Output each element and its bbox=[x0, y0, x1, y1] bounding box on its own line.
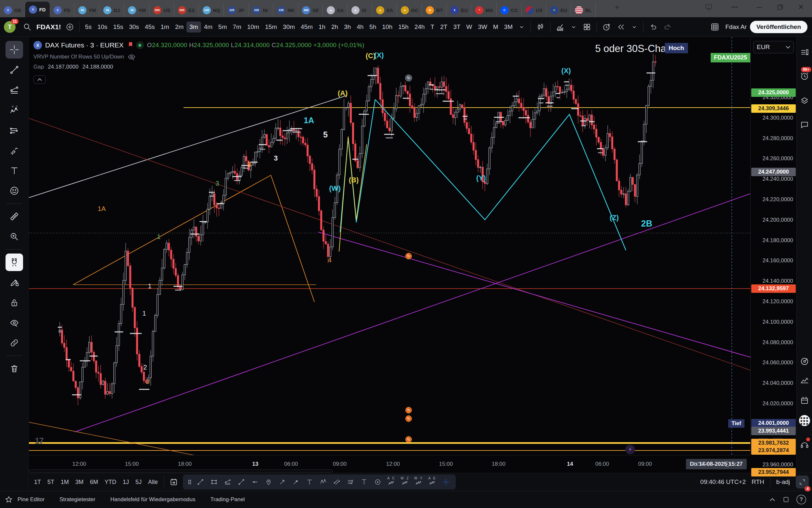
eye-hidden-icon[interactable] bbox=[127, 53, 136, 61]
layout-name[interactable]: Fdax Ar bbox=[725, 24, 747, 31]
panel-collapse-icon[interactable] bbox=[769, 498, 776, 502]
timeframe-2T[interactable]: 2T bbox=[437, 22, 450, 33]
orange-marker-icon[interactable]: ↻ bbox=[405, 436, 412, 443]
timeframe-M[interactable]: M bbox=[490, 22, 501, 33]
ideas-icon[interactable] bbox=[798, 374, 811, 387]
measure-icon[interactable] bbox=[5, 208, 23, 225]
browser-tab-dj[interactable]: 30DJ bbox=[99, 3, 124, 17]
crosshair-icon[interactable] bbox=[5, 41, 23, 58]
redo-icon[interactable] bbox=[660, 20, 675, 34]
object-tree-icon[interactable] bbox=[798, 94, 811, 107]
range-1j[interactable]: 1J bbox=[120, 477, 132, 487]
drawing-mode-icon[interactable] bbox=[5, 274, 23, 291]
range-5t[interactable]: 5T bbox=[44, 477, 57, 487]
window-close-button[interactable]: ✕ bbox=[794, 0, 808, 14]
timeframe-W[interactable]: W bbox=[464, 22, 475, 33]
timeframe-10h[interactable]: 10h bbox=[379, 22, 396, 33]
dock-wave-ac-icon[interactable]: A C bbox=[385, 475, 398, 489]
browser-tab-gc[interactable]: ▲GC bbox=[397, 3, 422, 17]
multichart-grid-icon[interactable] bbox=[708, 20, 722, 34]
orange-marker-icon[interactable]: ↻ bbox=[405, 407, 412, 413]
browser-tab-nk[interactable]: 225NK bbox=[273, 3, 298, 17]
timeframe-7m[interactable]: 7m bbox=[230, 22, 244, 33]
layout-grid-icon[interactable] bbox=[580, 20, 594, 34]
dock-channel-icon[interactable] bbox=[330, 475, 343, 489]
timeframe-5m[interactable]: 5m bbox=[216, 22, 230, 33]
compare-add-icon[interactable] bbox=[63, 20, 77, 34]
new-tab-button[interactable]: + bbox=[610, 0, 624, 14]
browser-tab-bt[interactable]: BBT bbox=[422, 3, 446, 17]
elliott-wave-icon[interactable]: AC bbox=[5, 101, 23, 119]
browser-tab-bl[interactable]: BL bbox=[571, 3, 596, 17]
timeframe-3h[interactable]: 3h bbox=[341, 22, 354, 33]
brush-icon[interactable] bbox=[5, 142, 23, 159]
timeframe-15s[interactable]: 15s bbox=[110, 22, 126, 33]
timeframe-T[interactable]: T bbox=[428, 22, 437, 33]
browser-tab-es[interactable]: 500ES bbox=[174, 3, 199, 17]
favorites-star-icon[interactable] bbox=[0, 496, 17, 503]
browser-tab-eu[interactable]: ✶EU bbox=[546, 3, 571, 17]
indicator-title[interactable]: VRVP Number Of Rows 50 Up/Down bbox=[34, 54, 124, 60]
timeframe-4m[interactable]: 4m bbox=[201, 22, 216, 33]
range-6m[interactable]: 6M bbox=[87, 477, 101, 487]
orange-marker-icon[interactable]: ↻ bbox=[405, 253, 412, 259]
gray-marker-icon[interactable]: ↻ bbox=[405, 75, 412, 82]
timeframe-15h[interactable]: 15h bbox=[395, 22, 412, 33]
hide-drawings-icon[interactable] bbox=[5, 314, 23, 332]
browser-tab-jp[interactable]: 225JP bbox=[224, 3, 248, 17]
browser-tab-ni[interactable]: 225NI bbox=[248, 3, 273, 17]
dock-pattern-icon[interactable] bbox=[317, 475, 330, 489]
timeframe-5h[interactable]: 5h bbox=[366, 22, 379, 33]
undo-icon[interactable] bbox=[646, 20, 660, 34]
timeframe-30m[interactable]: 30m bbox=[280, 22, 298, 33]
scanner-icon[interactable] bbox=[798, 355, 811, 368]
browser-tab-nq[interactable]: 100NQ bbox=[199, 3, 224, 17]
dock-ray-icon[interactable] bbox=[235, 475, 248, 489]
alert-add-icon[interactable] bbox=[600, 20, 614, 34]
timeframe-10m[interactable]: 10m bbox=[244, 22, 262, 33]
maximize-panel-icon[interactable] bbox=[783, 496, 789, 503]
trend-line-icon[interactable] bbox=[5, 61, 23, 79]
browser-tab-xa[interactable]: ▲XA bbox=[323, 3, 347, 17]
browser-tab-si[interactable]: ▲SI bbox=[347, 3, 372, 17]
timeframe-15m[interactable]: 15m bbox=[262, 22, 280, 33]
clock-text[interactable]: 09:40:46 UTC+2 bbox=[700, 478, 746, 485]
statusbar-strategietester[interactable]: Strategietester bbox=[59, 496, 95, 503]
chevron-down-icon[interactable] bbox=[628, 20, 640, 34]
adjust-toggle[interactable]: b-adj bbox=[776, 478, 790, 485]
browser-tab-se[interactable]: 366SE bbox=[298, 3, 323, 17]
watchlist-icon[interactable] bbox=[798, 46, 811, 59]
timeframe-5s[interactable]: 5s bbox=[82, 22, 95, 33]
chevron-down-icon[interactable] bbox=[567, 20, 580, 34]
emoji-icon[interactable] bbox=[5, 182, 23, 200]
purple-marker-icon[interactable]: ⚡ bbox=[625, 444, 635, 454]
dock-fib-icon[interactable] bbox=[221, 475, 234, 489]
browser-tab-cc[interactable]: CCC bbox=[496, 3, 522, 17]
dock-arrow-marker-icon[interactable] bbox=[289, 475, 302, 489]
tab-devices-icon[interactable] bbox=[702, 0, 716, 14]
visible-range-scrollbar[interactable] bbox=[29, 470, 333, 472]
timeframe-45m[interactable]: 45m bbox=[298, 22, 316, 33]
timeframe-30s[interactable]: 30s bbox=[126, 22, 142, 33]
browser-tab-ym[interactable]: 30YM bbox=[124, 3, 149, 17]
candle-style-icon[interactable] bbox=[533, 20, 547, 34]
timeframe-10s[interactable]: 10s bbox=[95, 22, 110, 33]
window-restore-button[interactable] bbox=[773, 0, 787, 14]
dock-wave-wz-icon[interactable]: W Z bbox=[398, 475, 412, 489]
timeframe-1m[interactable]: 1m bbox=[157, 22, 172, 33]
browser-tab-us[interactable]: 500US bbox=[149, 3, 174, 17]
publish-button[interactable]: Veröffentlichen bbox=[750, 21, 807, 33]
dock-text-icon[interactable] bbox=[303, 475, 316, 489]
dock-circle-icon[interactable] bbox=[371, 475, 384, 489]
timeframe-3m[interactable]: 3m bbox=[186, 22, 201, 33]
time-axis[interactable]: Do 14-08-2025 15:27 12:0015:0018:001306:… bbox=[29, 455, 750, 473]
search-icon[interactable] bbox=[20, 20, 35, 34]
market-status-icon[interactable] bbox=[136, 41, 144, 49]
window-minimize-button[interactable]: ─ bbox=[752, 0, 767, 14]
dock-wave-wy-icon[interactable]: W Y bbox=[412, 475, 425, 489]
zoom-in-icon[interactable] bbox=[5, 228, 23, 245]
timeframe-4h[interactable]: 4h bbox=[354, 22, 366, 33]
browser-tab-fd[interactable]: XFD bbox=[50, 3, 75, 17]
timeframe-3W[interactable]: 3W bbox=[475, 22, 490, 33]
timeframe-24h[interactable]: 24h bbox=[412, 22, 428, 33]
